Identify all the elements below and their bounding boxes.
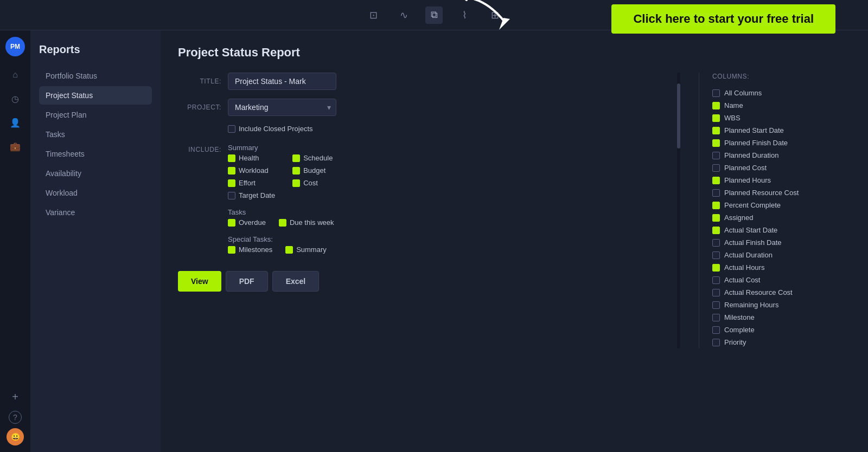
app-logo[interactable]: PM <box>5 37 25 56</box>
tasks-columns: Overdue Due this week <box>228 218 334 227</box>
sidebar-item-variance[interactable]: Variance <box>39 203 152 222</box>
all-columns-label: All Columns <box>724 89 762 97</box>
health-checkbox[interactable]: Health <box>228 154 275 162</box>
top-toolbar: ⊡ ∿ ⧉ ⌇ ⊞ Click here to start your free … <box>0 0 868 30</box>
project-select[interactable]: Marketing All Projects Alpha Beta <box>228 99 336 116</box>
target-date-checkbox[interactable]: Target Date <box>228 191 275 199</box>
link-toolbar-icon[interactable]: ⌇ <box>456 7 473 24</box>
effort-checkbox[interactable]: Effort <box>228 179 275 187</box>
analytics-toolbar-icon[interactable]: ∿ <box>395 7 412 24</box>
column-planned-resource-cost[interactable]: Planned Resource Cost <box>712 186 851 199</box>
sidebar-item-availability[interactable]: Availability <box>39 164 152 183</box>
cost-checkbox[interactable]: Cost <box>292 179 333 187</box>
summary-col-right: Schedule Budget Cost <box>292 154 333 199</box>
due-this-week-label: Due this week <box>290 218 334 227</box>
tasks-group: Tasks Overdue Due this week <box>228 208 334 227</box>
pdf-button[interactable]: PDF <box>226 271 268 292</box>
layout-toolbar-icon[interactable]: ⊞ <box>486 7 503 24</box>
include-closed-text: Include Closed Projects <box>239 125 313 133</box>
effort-label: Effort <box>239 179 256 187</box>
include-closed-checkbox[interactable]: Include Closed Projects <box>228 125 313 133</box>
due-this-week-cb-box <box>279 219 286 227</box>
column-percent-complete[interactable]: Percent Complete <box>712 199 851 211</box>
budget-label: Budget <box>303 166 326 175</box>
left-sidebar: Reports Portfolio Status Project Status … <box>30 30 161 452</box>
summary-tasks-checkbox[interactable]: Summary <box>285 246 327 254</box>
overdue-checkbox[interactable]: Overdue <box>228 218 266 227</box>
column-wbs[interactable]: WBS <box>712 112 851 124</box>
clock-icon[interactable]: ◷ <box>5 89 25 108</box>
columns-header: COLUMNS: <box>712 73 851 80</box>
all-columns-cb-box <box>712 89 720 97</box>
summary-tasks-cb-box <box>285 246 293 254</box>
include-section: INCLUDE: Summary Health <box>178 144 660 254</box>
title-label: TITLE: <box>178 78 221 85</box>
column-planned-hours[interactable]: Planned Hours <box>712 174 851 186</box>
project-row: PROJECT: Marketing All Projects Alpha Be… <box>178 99 660 116</box>
column-actual-hours[interactable]: Actual Hours <box>712 261 851 274</box>
column-assigned[interactable]: Assigned <box>712 211 851 224</box>
excel-button[interactable]: Excel <box>272 271 320 292</box>
free-trial-banner[interactable]: Click here to start your free trial <box>611 4 835 34</box>
column-actual-cost[interactable]: Actual Cost <box>712 274 851 286</box>
milestones-checkbox[interactable]: Milestones <box>228 246 272 254</box>
workload-checkbox[interactable]: Workload <box>228 166 275 175</box>
due-this-week-checkbox[interactable]: Due this week <box>279 218 334 227</box>
page-title: Project Status Report <box>178 46 851 60</box>
briefcase-icon[interactable]: 💼 <box>5 137 25 156</box>
target-date-label: Target Date <box>239 191 275 199</box>
column-name[interactable]: Name <box>712 99 851 112</box>
view-button[interactable]: View <box>178 271 221 292</box>
effort-cb-box <box>228 179 235 187</box>
icon-sidebar: PM ⌂ ◷ 👤 💼 + ? 😀 <box>0 30 30 452</box>
summary-columns: Health Workload Effort <box>228 154 334 199</box>
column-actual-resource-cost[interactable]: Actual Resource Cost <box>712 286 851 299</box>
milestones-cb-box <box>228 246 235 254</box>
summary-group: Summary Health <box>228 144 334 199</box>
sidebar-title: Reports <box>39 43 152 56</box>
column-remaining-hours[interactable]: Remaining Hours <box>712 299 851 311</box>
column-planned-cost[interactable]: Planned Cost <box>712 162 851 174</box>
special-tasks-group: Special Tasks: Milestones Summary <box>228 235 334 254</box>
sidebar-item-tasks[interactable]: Tasks <box>39 125 152 144</box>
column-actual-duration[interactable]: Actual Duration <box>712 249 851 261</box>
sidebar-item-portfolio-status[interactable]: Portfolio Status <box>39 67 152 85</box>
add-icon[interactable]: + <box>5 387 25 406</box>
scrollbar-thumb[interactable] <box>677 83 680 148</box>
home-icon[interactable]: ⌂ <box>5 65 25 85</box>
title-input[interactable] <box>228 73 336 90</box>
column-planned-duration[interactable]: Planned Duration <box>712 149 851 162</box>
special-tasks-label: Special Tasks: <box>228 235 334 243</box>
sidebar-item-workload[interactable]: Workload <box>39 184 152 202</box>
project-label: PROJECT: <box>178 104 221 111</box>
column-actual-start-date[interactable]: Actual Start Date <box>712 224 851 236</box>
search-toolbar-icon[interactable]: ⊡ <box>365 7 382 24</box>
content-inner: TITLE: PROJECT: Marketing All Projects A… <box>178 73 851 348</box>
clipboard-toolbar-icon[interactable]: ⧉ <box>425 7 443 24</box>
column-complete[interactable]: Complete <box>712 324 851 336</box>
sidebar-item-timesheets[interactable]: Timesheets <box>39 145 152 163</box>
cost-cb-box <box>292 179 300 187</box>
column-planned-finish-date[interactable]: Planned Finish Date <box>712 137 851 149</box>
column-planned-start-date[interactable]: Planned Start Date <box>712 124 851 137</box>
include-closed-cb-box <box>228 125 235 133</box>
tasks-label: Tasks <box>228 208 334 216</box>
avatar[interactable]: 😀 <box>7 428 24 445</box>
scrollbar-background <box>677 73 680 348</box>
summary-tasks-label: Summary <box>296 246 327 254</box>
cost-label: Cost <box>303 179 318 187</box>
all-columns-item[interactable]: All Columns <box>712 87 851 99</box>
column-milestone[interactable]: Milestone <box>712 311 851 324</box>
help-icon[interactable]: ? <box>9 411 22 424</box>
schedule-checkbox[interactable]: Schedule <box>292 154 333 162</box>
column-actual-finish-date[interactable]: Actual Finish Date <box>712 236 851 249</box>
people-icon[interactable]: 👤 <box>5 113 25 132</box>
include-label-row: INCLUDE: Summary Health <box>178 144 660 254</box>
sidebar-item-project-plan[interactable]: Project Plan <box>39 106 152 124</box>
schedule-label: Schedule <box>303 154 333 162</box>
column-priority[interactable]: Priority <box>712 336 851 348</box>
special-tasks-columns: Milestones Summary <box>228 246 334 254</box>
sidebar-item-project-status[interactable]: Project Status <box>39 86 152 105</box>
columns-panel: COLUMNS: All Columns Name WBS Pla <box>699 73 851 348</box>
budget-checkbox[interactable]: Budget <box>292 166 333 175</box>
